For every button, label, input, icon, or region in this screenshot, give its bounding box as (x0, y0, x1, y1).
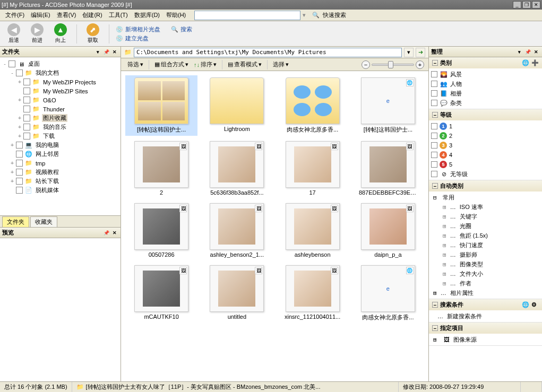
sort-button[interactable]: ↑↓ 排序 ▾ (192, 59, 219, 69)
up-button[interactable]: ▲向上 (51, 22, 70, 45)
forward-button[interactable]: ▶前进 (28, 22, 47, 45)
tree-checkbox[interactable] (23, 133, 30, 140)
thumbnail-item[interactable]: 🖼887EDEBBEFC39EB3... (352, 139, 424, 198)
menu-create[interactable]: 创建(R) (79, 10, 105, 20)
autocat-item[interactable]: ⊞ … 光圈 (431, 221, 540, 231)
thumbnail-item[interactable]: 🖼xinsrc_1121004011... (277, 263, 349, 324)
group-header[interactable]: −指定项目 (429, 323, 542, 334)
rating-item[interactable]: 22 (431, 131, 540, 141)
zoom-in-icon[interactable]: + (416, 60, 424, 69)
thumbnail-item[interactable]: 🖼ashleybenson (277, 201, 349, 260)
tree-node[interactable]: 📄脱机媒体 (1, 186, 119, 195)
group-header[interactable]: −自动类别 (429, 180, 542, 191)
organize-pin-icon[interactable]: 📌 (524, 48, 531, 56)
organize-dropdown-icon[interactable]: ▾ (515, 48, 523, 56)
autocat-item[interactable]: ⊞ … ISO 速率 (431, 202, 540, 212)
tree-checkbox[interactable] (16, 160, 23, 167)
thumbnail-item[interactable]: [转帖]这韩国护士... (125, 75, 197, 136)
group-header[interactable]: −类别🌐➕ (429, 57, 542, 68)
menu-view[interactable]: 查看(V) (54, 10, 80, 20)
add-icon[interactable]: ➕ (531, 59, 539, 67)
thumbnail-item[interactable]: e🌐[转帖]这韩国护士... (352, 75, 424, 136)
autocat-item[interactable]: ⊞ … 文件大小 (431, 269, 540, 278)
quick-search-label[interactable]: 快速搜索 (320, 10, 349, 20)
thumbnail-size-slider[interactable]: − + (362, 60, 424, 69)
autocat-item[interactable]: ⊞ … 摄影师 (431, 250, 540, 259)
autocat-item[interactable]: ⊞ … 关键字 (431, 212, 540, 221)
rating-item[interactable]: 11 (431, 121, 540, 131)
tree-checkbox[interactable] (16, 187, 23, 194)
folders-close-icon[interactable]: ✕ (111, 48, 118, 56)
tree-checkbox[interactable] (16, 151, 23, 158)
tree-checkbox[interactable] (23, 88, 30, 94)
category-item[interactable]: 📘相册 (431, 89, 540, 98)
thumbnail-item[interactable]: 🖼2 (125, 139, 197, 198)
category-item[interactable]: 👥人物 (431, 79, 540, 89)
folders-dropdown-icon[interactable]: ▾ (94, 48, 101, 56)
menu-database[interactable]: 数据库(D) (131, 10, 163, 20)
autocat-photoattr[interactable]: ⊞ … 相片属性 (431, 288, 540, 298)
autocat-item[interactable]: ⊞ … 焦距 (1.5x) (431, 231, 540, 240)
go-button[interactable]: ➜ (416, 48, 425, 57)
tree-node[interactable]: +📁My WebZIP Projects (1, 77, 119, 86)
select-button[interactable]: 选择 ▾ (271, 59, 291, 69)
tree-node[interactable]: 📁Thunder (1, 104, 119, 114)
thumbnail-item[interactable]: 🖼mCAUTKF10 (125, 263, 197, 324)
menu-edit[interactable]: 编辑(E) (28, 10, 54, 20)
viewmode-button[interactable]: ▤ 查看模式 ▾ (226, 59, 264, 69)
thumbnail-item[interactable]: 🖼17 (277, 139, 349, 198)
tree-node[interactable]: +📁图片收藏 (1, 114, 119, 123)
thumbnail-item[interactable]: 🖼5c636f38b3aa852f... (201, 139, 273, 198)
group-header[interactable]: −等级 (429, 109, 542, 120)
thumbnail-item[interactable]: Lightroom (201, 75, 273, 136)
group-header[interactable]: −搜索条件🌐⚙ (429, 299, 542, 310)
folders-pin-icon[interactable]: 📌 (102, 48, 110, 56)
image-source-item[interactable]: ⊞ 🖼图像来源 (431, 335, 540, 344)
back-button[interactable]: ◀后退 (4, 22, 23, 45)
organize-close-icon[interactable]: ✕ (532, 48, 540, 56)
tree-node[interactable]: 📁My WebZIP Sites (1, 86, 119, 95)
thumbnail-item[interactable]: 肉感女神北原多香... (277, 75, 349, 136)
tree-node[interactable]: -🖥桌面 (1, 59, 119, 68)
autocat-item[interactable]: ⊞ … 快门速度 (431, 240, 540, 250)
dropdown-icon[interactable]: ▾ (303, 12, 306, 19)
tab-favorites[interactable]: 收藏夹 (30, 216, 57, 227)
thumbnail-grid[interactable]: [转帖]这韩国护士...Lightroom肉感女神北原多香...e🌐[转帖]这韩… (121, 71, 428, 381)
zoom-out-icon[interactable]: − (362, 60, 370, 69)
thumbnail-item[interactable]: 🖼ashley_benson2_1... (201, 201, 273, 260)
thumbnail-item[interactable]: 🖼daipn_p_a (352, 201, 424, 260)
tree-node[interactable]: +📁我的音乐 (1, 123, 119, 132)
rating-item[interactable]: 55 (431, 160, 540, 169)
menu-help[interactable]: 帮助(H) (163, 10, 189, 20)
close-button[interactable]: ✕ (532, 1, 540, 8)
rating-none[interactable]: ⊘无等级 (431, 169, 540, 179)
history-dropdown-icon[interactable]: ▾ (404, 48, 414, 57)
new-search-item[interactable]: … 新建搜索条件 (431, 311, 540, 321)
menu-search-input[interactable] (194, 11, 300, 20)
tree-node[interactable]: -📁我的文档 (1, 68, 119, 77)
tree-node[interactable]: +📁下载 (1, 132, 119, 141)
tree-checkbox[interactable] (16, 69, 23, 76)
folder-tree[interactable]: -🖥桌面-📁我的文档+📁My WebZIP Projects📁My WebZIP… (0, 57, 121, 215)
globe-icon[interactable]: 🌐 (522, 301, 529, 309)
autocat-common[interactable]: ⊟ 常用 (431, 193, 540, 202)
tree-checkbox[interactable] (16, 142, 23, 149)
globe-icon[interactable]: 🌐 (522, 59, 529, 67)
tree-node[interactable]: +📁视频教程 (1, 168, 119, 177)
path-field[interactable]: C:\Documents and Settings\txj\My Documen… (134, 48, 402, 57)
tree-checkbox[interactable] (23, 115, 30, 121)
rating-item[interactable]: 33 (431, 141, 540, 150)
category-item[interactable]: 💬杂类 (431, 98, 540, 108)
tree-node[interactable]: +📁O&O (1, 95, 119, 104)
tree-checkbox[interactable] (16, 178, 23, 185)
create-photo-disc-link[interactable]: 💿新增相片光盘 (116, 25, 160, 33)
tree-node[interactable]: +💻我的电脑 (1, 141, 119, 150)
thumbnail-item[interactable]: e🌐肉感女神北原多香... (352, 263, 424, 324)
tree-node[interactable]: 🌐网上邻居 (1, 150, 119, 159)
category-item[interactable]: 🌄风景 (431, 69, 540, 79)
minimize-button[interactable]: _ (513, 1, 521, 8)
tree-checkbox[interactable] (23, 124, 30, 130)
tree-checkbox[interactable] (23, 79, 30, 85)
preview-pin-icon[interactable]: 📌 (102, 229, 110, 237)
group-button[interactable]: ▦ 组合方式 ▾ (152, 59, 191, 69)
